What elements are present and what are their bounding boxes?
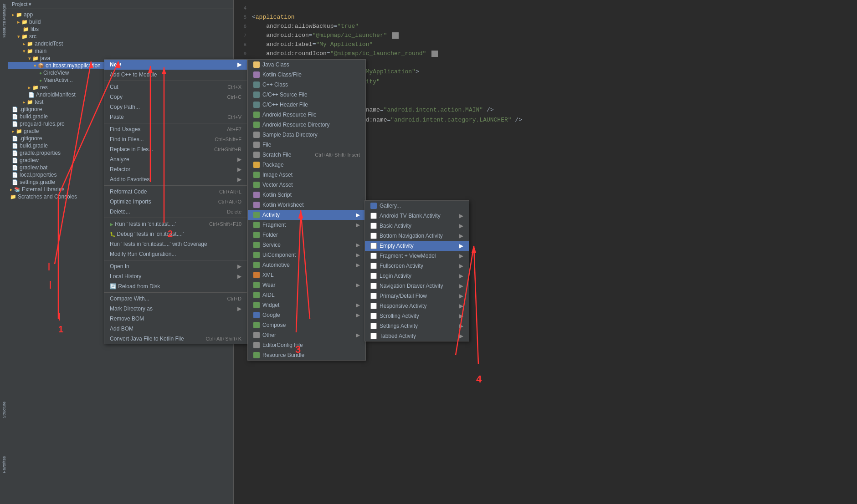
sub2-scrolling[interactable]: Scrolling Activity ▶ bbox=[365, 311, 469, 321]
ctx-menu-convert-kotlin[interactable]: Convert Java File to Kotlin File Ctrl+Al… bbox=[104, 334, 247, 344]
sidebar-tab-structure[interactable]: Structure bbox=[1, 398, 7, 422]
ctx-menu-remove-bom[interactable]: Remove BOM bbox=[104, 314, 247, 324]
sub1-cpp-source[interactable]: C/C++ Source File bbox=[248, 90, 365, 100]
sub1-widget[interactable]: Widget ▶ bbox=[248, 300, 365, 310]
sub2-login[interactable]: Login Activity ▶ bbox=[365, 271, 469, 281]
sub1-java-class[interactable]: Java Class bbox=[248, 60, 365, 70]
primary-detail-icon bbox=[370, 293, 377, 299]
sub1-folder[interactable]: Folder bbox=[248, 230, 365, 240]
sub1-google[interactable]: Google ▶ bbox=[248, 310, 365, 320]
ctx-menu-reload[interactable]: 🔄 Reload from Disk bbox=[104, 281, 247, 291]
wear-icon bbox=[253, 282, 260, 288]
ctx-menu-find-files[interactable]: Find in Files... Ctrl+Shift+F bbox=[104, 134, 247, 144]
sub1-aidl[interactable]: AIDL bbox=[248, 290, 365, 300]
sub1-cpp-class[interactable]: C++ Class bbox=[248, 80, 365, 90]
tree-item-build[interactable]: ▸ 📁build bbox=[8, 18, 233, 25]
ctx-menu-copy-path[interactable]: Copy Path... bbox=[104, 102, 247, 112]
sub1-automotive[interactable]: Automotive ▶ bbox=[248, 260, 365, 270]
folder-label-sub1: Folder bbox=[262, 232, 278, 238]
sub1-kotlin-script[interactable]: Kotlin Script bbox=[248, 190, 365, 200]
sub1-android-resource-dir[interactable]: Android Resource Directory bbox=[248, 120, 365, 130]
ctx-menu-reformat[interactable]: Reformat Code Ctrl+Alt+L bbox=[104, 187, 247, 197]
other-arrow: ▶ bbox=[356, 332, 360, 338]
delete-label: Delete... bbox=[110, 209, 130, 215]
sub1-sample-data[interactable]: Sample Data Directory bbox=[248, 130, 365, 140]
ctx-menu-run-coverage[interactable]: Run 'Tests in 'cn.itcast....' with Cover… bbox=[104, 239, 247, 249]
sub1-service[interactable]: Service ▶ bbox=[248, 240, 365, 250]
compare-label: Compare With... bbox=[110, 295, 149, 302]
sub1-other[interactable]: Other ▶ bbox=[248, 330, 365, 340]
ctx-menu-mark-dir[interactable]: Mark Directory as ▶ bbox=[104, 304, 247, 314]
ctx-menu-refactor[interactable]: Refactor ▶ bbox=[104, 164, 247, 174]
ctx-menu-local-history[interactable]: Local History ▶ bbox=[104, 271, 247, 281]
tree-item-libs[interactable]: 📁libs bbox=[8, 25, 233, 33]
sub2-fragment-viewmodel[interactable]: Fragment + ViewModel ▶ bbox=[365, 251, 469, 261]
sub1-editorconfig[interactable]: EditorConfig File bbox=[248, 340, 365, 350]
ctx-menu-open-in[interactable]: Open In ▶ bbox=[104, 261, 247, 271]
sub2-primary-detail[interactable]: Primary/Detail Flow ▶ bbox=[365, 291, 469, 301]
tree-item-src[interactable]: ▾ 📁src bbox=[8, 33, 233, 40]
sidebar-tab-favorites[interactable]: Favorites bbox=[1, 453, 7, 477]
ctx-menu-find-usages[interactable]: Find Usages Alt+F7 bbox=[104, 124, 247, 134]
sub1-scratch-file[interactable]: Scratch File Ctrl+Alt+Shift+Insert bbox=[248, 150, 365, 160]
sub1-resource-bundle[interactable]: Resource Bundle bbox=[248, 350, 365, 360]
sub2-empty[interactable]: Empty Activity ▶ bbox=[365, 241, 469, 251]
uicomponent-arrow: ▶ bbox=[356, 252, 360, 258]
sub2-tabbed[interactable]: Tabbed Activity ▶ bbox=[365, 331, 469, 341]
ctx-menu-debug-tests[interactable]: 🐛 Debug 'Tests in 'cn.itcast....' bbox=[104, 229, 247, 239]
ctx-menu-optimize[interactable]: Optimize Imports Ctrl+Alt+O bbox=[104, 197, 247, 207]
sub1-image-asset[interactable]: Image Asset bbox=[248, 170, 365, 180]
ctx-menu-run-tests[interactable]: ▶ Run 'Tests in 'cn.itcast....' Ctrl+Shi… bbox=[104, 219, 247, 229]
sub1-activity[interactable]: Activity ▶ bbox=[248, 210, 365, 220]
sub1-wear[interactable]: Wear ▶ bbox=[248, 280, 365, 290]
tree-item-androidtest[interactable]: ▸ 📁androidTest bbox=[8, 40, 233, 47]
automotive-arrow: ▶ bbox=[356, 262, 360, 268]
sub1-vector-asset[interactable]: Vector Asset bbox=[248, 180, 365, 190]
sep4 bbox=[104, 218, 247, 218]
ctx-menu-delete[interactable]: Delete... Delete bbox=[104, 207, 247, 217]
ctx-menu-cut[interactable]: Cut Ctrl+X bbox=[104, 82, 247, 92]
basic-arrow: ▶ bbox=[459, 223, 463, 229]
sub1-kotlin-worksheet[interactable]: Kotlin Worksheet bbox=[248, 200, 365, 210]
ctx-menu-add-favorites[interactable]: Add to Favorites ▶ bbox=[104, 174, 247, 184]
ctx-menu-add-bom[interactable]: Add BOM bbox=[104, 324, 247, 334]
sub2-basic[interactable]: Basic Activity ▶ bbox=[365, 221, 469, 231]
ctx-menu-compare[interactable]: Compare With... Ctrl+D bbox=[104, 294, 247, 304]
sub2-settings[interactable]: Settings Activity ▶ bbox=[365, 321, 469, 331]
sub1-cpp-header[interactable]: C/C++ Header File bbox=[248, 100, 365, 110]
sub2-fullscreen[interactable]: Fullscreen Activity ▶ bbox=[365, 261, 469, 271]
sub1-fragment[interactable]: Fragment ▶ bbox=[248, 220, 365, 230]
sep6 bbox=[104, 292, 247, 293]
add-bom-label: Add BOM bbox=[110, 326, 133, 332]
sub2-gallery[interactable]: Gallery... bbox=[365, 201, 469, 211]
sub1-uicomponent[interactable]: UiComponent ▶ bbox=[248, 250, 365, 260]
ctx-menu-modify-run[interactable]: Modify Run Configuration... bbox=[104, 249, 247, 259]
tree-item-app[interactable]: ▸ 📁app bbox=[8, 11, 233, 18]
service-arrow: ▶ bbox=[356, 242, 360, 248]
sub1-package[interactable]: Package bbox=[248, 160, 365, 170]
sub2-nav-drawer[interactable]: Navigation Drawer Activity ▶ bbox=[365, 281, 469, 291]
sub2-android-tv[interactable]: Android TV Blank Activity ▶ bbox=[365, 211, 469, 221]
reformat-label: Reformat Code bbox=[110, 188, 147, 195]
compose-icon bbox=[253, 322, 260, 328]
nav-drawer-arrow: ▶ bbox=[459, 283, 463, 289]
ctx-menu-new[interactable]: New ▶ bbox=[104, 60, 247, 70]
ctx-menu-add-cpp[interactable]: Add C++ to Module bbox=[104, 70, 247, 80]
sidebar-tab-resource[interactable]: Resource Manager bbox=[1, 0, 7, 42]
sep1 bbox=[104, 81, 247, 81]
sub2-bottom-nav[interactable]: Bottom Navigation Activity ▶ bbox=[365, 231, 469, 241]
sub1-xml[interactable]: XML bbox=[248, 270, 365, 280]
sub1-android-resource-file[interactable]: Android Resource File bbox=[248, 110, 365, 120]
ctx-menu-analyze[interactable]: Analyze ▶ bbox=[104, 154, 247, 164]
automotive-label: Automotive bbox=[262, 262, 290, 268]
ctx-menu-copy[interactable]: Copy Ctrl+C bbox=[104, 92, 247, 102]
sub1-kotlin-class[interactable]: Kotlin Class/File bbox=[248, 70, 365, 80]
sub1-compose[interactable]: Compose bbox=[248, 320, 365, 330]
ctx-menu-paste[interactable]: Paste Ctrl+V bbox=[104, 112, 247, 122]
sub1-file[interactable]: File bbox=[248, 140, 365, 150]
paste-shortcut: Ctrl+V bbox=[218, 114, 241, 120]
ctx-menu-replace-files[interactable]: Replace in Files... Ctrl+Shift+R bbox=[104, 144, 247, 154]
sub2-responsive[interactable]: Responsive Activity ▶ bbox=[365, 301, 469, 311]
tree-item-main[interactable]: ▾ 📁main bbox=[8, 47, 233, 55]
reformat-shortcut: Ctrl+Alt+L bbox=[210, 189, 241, 194]
